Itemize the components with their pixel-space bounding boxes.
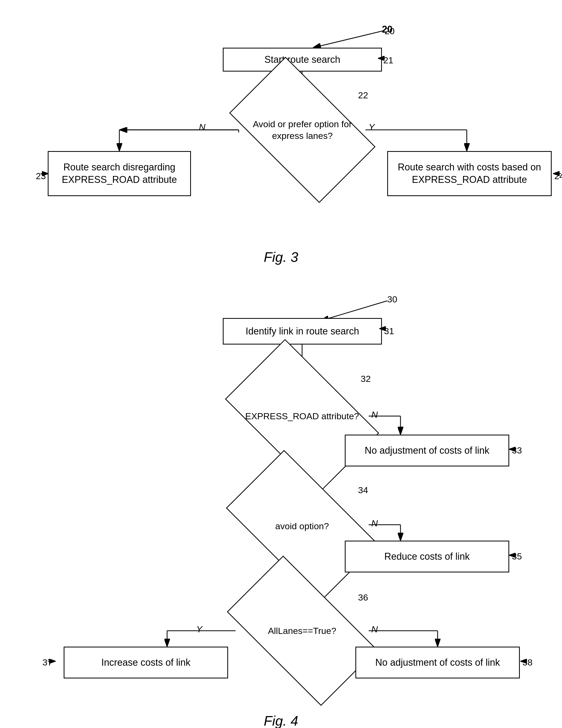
- fig4-right-box3-label: No adjustment of costs of link: [375, 656, 500, 669]
- ref-36: 36: [358, 592, 368, 603]
- fig3-section: 20 20 Start route search 21 Avoid or pre…: [21, 16, 541, 233]
- fig3-diamond: Avoid or prefer option for express lanes…: [239, 90, 366, 170]
- ref-34: 34: [358, 485, 368, 495]
- ref-32: 32: [361, 374, 371, 384]
- fig4-caption: Fig. 4: [21, 713, 541, 728]
- fig3-n-label: N: [199, 122, 205, 132]
- fig4-n1-label: N: [371, 409, 378, 420]
- fig3-label-text: Fig. 3: [263, 249, 298, 265]
- fig3-caption: Fig. 3: [21, 249, 541, 265]
- fig4-left-box3: Increase costs of link: [64, 647, 228, 678]
- fig3-start-box-label: Start route search: [264, 54, 340, 66]
- fig4-label-text: Fig. 4: [263, 713, 298, 728]
- fig3-left-box-label: Route search disregarding EXPRESS_ROAD a…: [49, 161, 190, 186]
- fig4-right-box1: No adjustment of costs of link: [345, 435, 509, 466]
- fig4-left-box3-label: Increase costs of link: [101, 656, 190, 669]
- ref38-arrow: [519, 657, 530, 665]
- ref-22: 22: [358, 90, 368, 100]
- ref-30: 30: [387, 294, 397, 305]
- ref23-arrow: [39, 170, 52, 178]
- fig4-right-box1-label: No adjustment of costs of link: [365, 444, 489, 457]
- svg-line-1: [313, 30, 385, 48]
- fig4-n3-label: N: [371, 624, 378, 634]
- fig4-diamond2-text: avoid option?: [270, 520, 334, 532]
- fig4-start-box-label: Identify link in route search: [245, 325, 359, 338]
- fig4-right-box2-label: Reduce costs of link: [384, 550, 470, 563]
- ref35-arrow: [508, 551, 519, 559]
- fig3-right-box-label: Route search with costs based on EXPRESS…: [388, 161, 551, 186]
- fig3-left-box: Route search disregarding EXPRESS_ROAD a…: [48, 151, 191, 196]
- ref24-arrow: [552, 170, 562, 178]
- fig4-start-box: Identify link in route search: [223, 318, 382, 345]
- fig4-n2-label: N: [371, 518, 378, 528]
- fig4-diamond3: AllLanes==True?: [235, 591, 369, 670]
- fig3-right-box: Route search with costs based on EXPRESS…: [387, 151, 552, 196]
- fig4-section: 30 Identify link in route search 31 EXPR…: [21, 286, 541, 710]
- ref37-arrow: [46, 657, 60, 665]
- ref33-arrow: [508, 445, 519, 453]
- fig4-y3-label: Y: [196, 624, 202, 634]
- fig3-start-box: Start route search: [223, 48, 382, 72]
- fig4-diamond3-text: AllLanes==True?: [262, 625, 342, 637]
- ref31-arrow: [378, 325, 389, 333]
- ref21-arrow: [377, 53, 387, 64]
- ref-20: 20: [385, 26, 395, 36]
- fig4-right-box2: Reduce costs of link: [345, 541, 509, 572]
- diagram-container: 20 20 Start route search 21 Avoid or pre…: [0, 0, 562, 728]
- fig4-diamond1-text: EXPRESS_ROAD attribute?: [240, 410, 365, 422]
- fig4-right-box3: No adjustment of costs of link: [356, 647, 520, 678]
- fig3-y-label: Y: [369, 122, 375, 132]
- fig3-diamond-text: Avoid or prefer option for express lanes…: [239, 118, 366, 142]
- svg-line-13: [321, 301, 387, 321]
